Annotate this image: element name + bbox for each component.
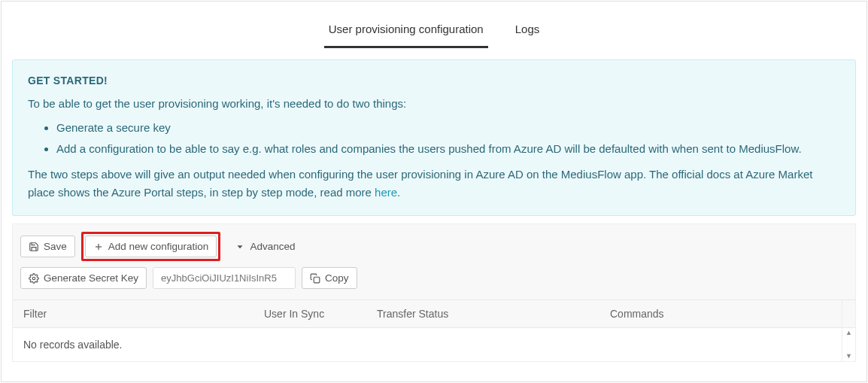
svg-point-3 (32, 277, 35, 280)
alert-outro: The two steps above will give an output … (28, 166, 840, 202)
toolbar: Save Add new configuration Advanced (12, 223, 856, 299)
get-started-alert: GET STARTED! To be able to get the user … (12, 59, 856, 216)
alert-bullet: Generate a secure key (56, 119, 840, 137)
gen-key-label: Generate Secret Key (44, 272, 138, 284)
add-config-highlight: Add new configuration (81, 232, 221, 261)
copy-label: Copy (325, 272, 349, 284)
vertical-scrollbar[interactable]: ▲ ▼ (842, 328, 855, 361)
scroll-down-icon[interactable]: ▼ (845, 353, 852, 360)
save-label: Save (44, 241, 67, 252)
column-header-commands[interactable]: Commands (599, 300, 842, 327)
tab-user-provisioning-configuration[interactable]: User provisioning configuration (324, 15, 488, 48)
copy-button[interactable]: Copy (302, 267, 357, 289)
svg-marker-2 (238, 245, 243, 248)
column-header-transfer-status[interactable]: Transfer Status (366, 300, 599, 327)
advanced-label: Advanced (250, 241, 295, 252)
column-header-filter[interactable]: Filter (13, 300, 253, 327)
add-new-configuration-button[interactable]: Add new configuration (85, 236, 217, 257)
generate-secret-key-button[interactable]: Generate Secret Key (20, 267, 147, 289)
add-config-label: Add new configuration (108, 241, 209, 252)
config-grid: Filter User In Sync Transfer Status Comm… (12, 299, 856, 362)
advanced-button[interactable]: Advanced (226, 236, 303, 257)
grid-empty-message: No records available. (13, 328, 842, 361)
tab-bar: User provisioning configuration Logs (2, 2, 866, 49)
alert-intro: To be able to get the user provisioning … (28, 95, 840, 113)
scrollbar-header-spacer (842, 300, 855, 327)
plus-icon (93, 242, 104, 252)
scroll-up-icon[interactable]: ▲ (845, 330, 852, 336)
gear-icon (29, 273, 39, 284)
svg-rect-4 (314, 277, 320, 283)
alert-title: GET STARTED! (28, 72, 840, 89)
grid-header: Filter User In Sync Transfer Status Comm… (13, 299, 855, 328)
tab-logs[interactable]: Logs (511, 15, 545, 48)
read-more-link[interactable]: here (375, 186, 397, 199)
save-icon (29, 242, 39, 252)
secret-key-input[interactable] (153, 267, 296, 289)
alert-bullet: Add a configuration to be able to say e.… (56, 140, 840, 158)
save-button[interactable]: Save (20, 236, 75, 257)
copy-icon (310, 273, 320, 284)
caret-down-icon (235, 242, 245, 252)
column-header-user-in-sync[interactable]: User In Sync (253, 300, 366, 327)
